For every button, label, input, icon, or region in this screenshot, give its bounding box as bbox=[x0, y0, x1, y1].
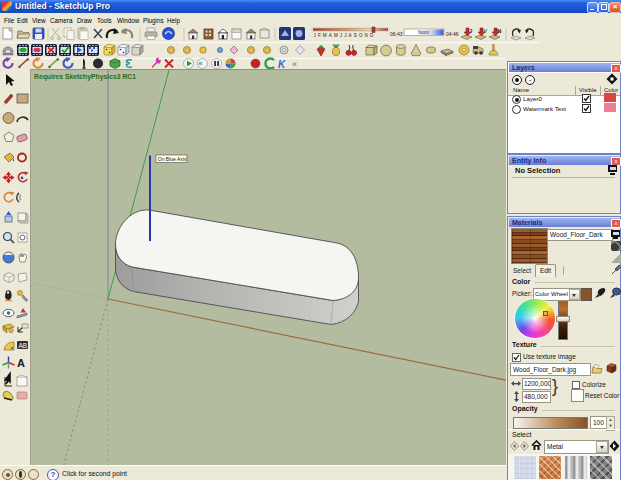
svg-text:Noon: Noon bbox=[418, 30, 429, 35]
svg-text:04:46: 04:46 bbox=[446, 31, 459, 37]
svg-text:On Blue Axis: On Blue Axis bbox=[158, 156, 187, 162]
svg-text:A: A bbox=[17, 357, 25, 369]
svg-text:V: V bbox=[483, 28, 487, 34]
svg-text:K: K bbox=[278, 59, 286, 70]
svg-text:N: N bbox=[497, 28, 501, 34]
svg-text:JFMAMJJASOND: JFMAMJJASOND bbox=[314, 33, 376, 38]
svg-text:«: « bbox=[199, 60, 203, 67]
svg-text:Requires SketchyPhysics3 RC1: Requires SketchyPhysics3 RC1 bbox=[34, 73, 136, 81]
svg-text:06:43: 06:43 bbox=[390, 31, 403, 37]
svg-text:«: « bbox=[292, 59, 297, 69]
svg-text:J: J bbox=[469, 28, 472, 34]
svg-text:AB: AB bbox=[19, 342, 28, 349]
